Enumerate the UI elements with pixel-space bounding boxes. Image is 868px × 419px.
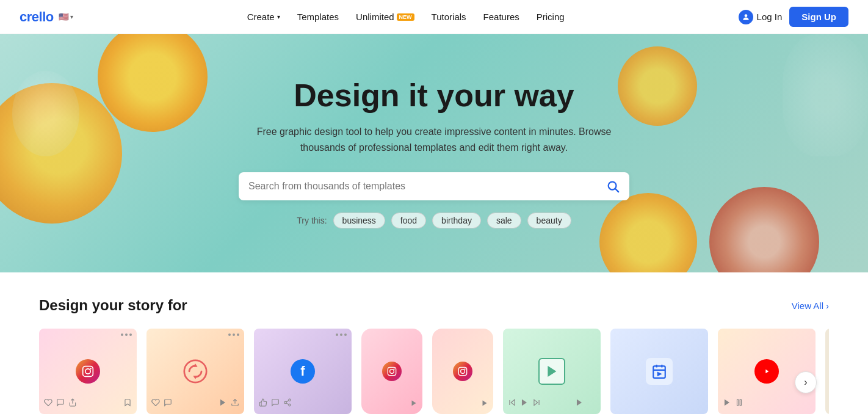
- search-button[interactable]: [606, 180, 620, 193]
- thumbup-icon[interactable]: [259, 398, 267, 409]
- youtube-icon: [754, 359, 779, 384]
- share-icon[interactable]: [68, 398, 77, 409]
- search-input[interactable]: [248, 181, 601, 192]
- citrus-decoration-4: [618, 46, 697, 126]
- card-thumbnail: f: [254, 329, 352, 414]
- svg-marker-37: [765, 370, 769, 374]
- svg-point-14: [289, 404, 291, 406]
- svg-marker-31: [577, 399, 582, 406]
- play-indicator: [481, 398, 488, 409]
- language-selector[interactable]: 🇺🇸 ▾: [59, 12, 73, 21]
- card-thumbnail: [718, 329, 816, 414]
- card-dots: [228, 333, 239, 336]
- play-icon[interactable]: [723, 398, 731, 409]
- nav-tutorials[interactable]: Tutorials: [432, 12, 466, 22]
- logo[interactable]: crello: [20, 9, 54, 25]
- svg-rect-39: [737, 399, 739, 405]
- svg-rect-3: [83, 366, 93, 377]
- svg-marker-29: [534, 399, 538, 405]
- tag-birthday[interactable]: birthday: [432, 213, 481, 228]
- card-square-video-post[interactable]: Square Video Post: [146, 329, 244, 419]
- nav-unlimited[interactable]: Unlimited NEW: [356, 12, 414, 22]
- instagram-icon: [76, 359, 100, 384]
- signup-button[interactable]: Sign Up: [789, 7, 848, 27]
- calendar-icon: [646, 358, 673, 385]
- heart-icon[interactable]: [151, 398, 160, 409]
- svg-marker-20: [412, 401, 416, 406]
- skip-back-icon[interactable]: [508, 398, 516, 409]
- svg-marker-28: [522, 399, 527, 406]
- comment-icon[interactable]: [271, 398, 280, 409]
- hero-content: Design it your way Free graphic design t…: [239, 78, 629, 228]
- svg-point-0: [744, 14, 747, 17]
- search-icon: [606, 180, 620, 193]
- nav-center: Create ▾ Templates Unlimited NEW Tutoria…: [247, 12, 565, 22]
- card-thumbnail: [361, 329, 422, 414]
- card-instagram-story[interactable]: Instagram Story: [432, 329, 493, 419]
- flag-icon: 🇺🇸: [59, 12, 69, 21]
- login-button[interactable]: Log In: [739, 10, 783, 24]
- card-square-partial[interactable]: Square...: [825, 329, 829, 419]
- action-icons: [44, 398, 77, 409]
- svg-rect-32: [653, 366, 665, 378]
- section-header: Design your story for View All ›: [39, 297, 829, 314]
- svg-marker-25: [548, 367, 555, 376]
- card-thumbnail: [432, 329, 493, 414]
- tag-food[interactable]: food: [391, 213, 426, 228]
- svg-line-15: [286, 403, 289, 404]
- play-icon: [538, 358, 565, 385]
- play-indicator: [219, 398, 227, 409]
- action-icons: [151, 398, 172, 409]
- heart-icon[interactable]: [44, 398, 52, 409]
- upload-icon[interactable]: [231, 398, 239, 409]
- svg-point-23: [465, 368, 466, 370]
- bookmark-icon[interactable]: [123, 398, 132, 409]
- card-thumbnail: [503, 329, 601, 414]
- svg-point-5: [90, 368, 92, 370]
- try-this-row: Try this: business food birthday sale be…: [239, 213, 629, 228]
- action-icons: [508, 398, 541, 409]
- next-button[interactable]: ›: [795, 371, 817, 393]
- glass-decoration-right: [783, 34, 868, 156]
- cards-row: Instagram Post: [39, 329, 829, 419]
- comment-icon[interactable]: [164, 398, 172, 409]
- refresh-icon: [183, 359, 208, 384]
- chevron-right-icon: ›: [826, 301, 829, 311]
- tag-sale[interactable]: sale: [487, 213, 521, 228]
- svg-point-7: [184, 360, 206, 382]
- share-icon[interactable]: [283, 398, 292, 409]
- card-poster[interactable]: Poster: [610, 329, 708, 419]
- card-thumbnail: [610, 329, 708, 414]
- comment-icon[interactable]: [56, 398, 65, 409]
- skip-forward-icon[interactable]: [532, 398, 541, 409]
- tag-beauty[interactable]: beauty: [527, 213, 571, 228]
- play-indicator: [410, 398, 418, 409]
- action-icons: [723, 398, 743, 409]
- nav-create[interactable]: Create ▾: [247, 12, 280, 22]
- svg-marker-24: [483, 401, 487, 406]
- pause-icon[interactable]: [735, 398, 743, 409]
- facebook-icon: f: [291, 359, 315, 384]
- svg-marker-26: [511, 399, 515, 405]
- nav-templates[interactable]: Templates: [297, 12, 339, 22]
- nav-features[interactable]: Features: [483, 12, 519, 22]
- tag-business[interactable]: business: [333, 213, 385, 228]
- card-instagram-video-story[interactable]: Instagram Video Story: [361, 329, 422, 419]
- card-facebook-post[interactable]: f: [254, 329, 352, 419]
- view-all-link[interactable]: View All ›: [792, 301, 829, 311]
- instagram-icon: [453, 362, 472, 381]
- design-section: Design your story for View All ›: [0, 272, 868, 419]
- user-icon: [739, 10, 753, 24]
- card-instagram-post[interactable]: Instagram Post: [39, 329, 137, 419]
- play-icon[interactable]: [520, 398, 529, 409]
- card-video-full-hd[interactable]: Video Full HD: [503, 329, 601, 419]
- svg-marker-11: [220, 399, 225, 406]
- svg-point-4: [85, 369, 90, 374]
- card-thumbnail: [39, 329, 137, 414]
- hero-section: Design it your way Free graphic design t…: [0, 34, 868, 272]
- nav-pricing[interactable]: Pricing: [537, 12, 565, 22]
- svg-point-18: [390, 370, 394, 374]
- card-thumbnail: [825, 329, 829, 414]
- svg-line-16: [286, 401, 289, 402]
- navbar: crello 🇺🇸 ▾ Create ▾ Templates Unlimited…: [0, 0, 868, 34]
